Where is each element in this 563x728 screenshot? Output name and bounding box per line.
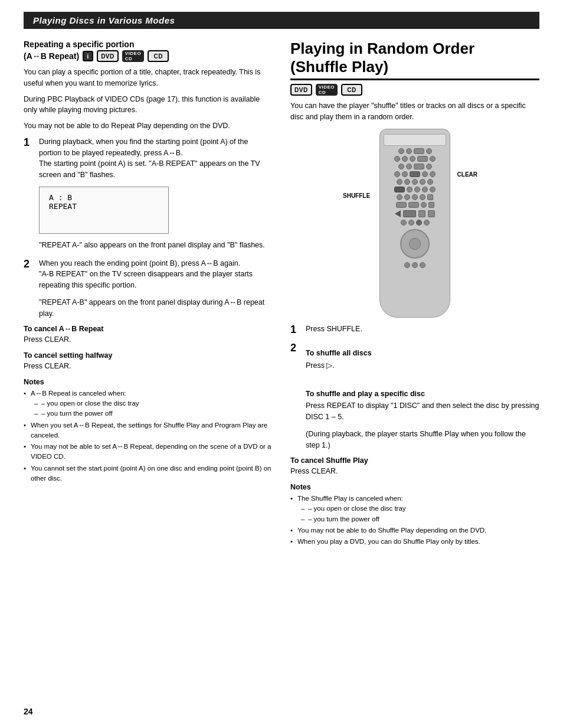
remote-transport-row [384, 210, 446, 217]
big-title: Playing in Random Order (Shuffle Play) [290, 40, 539, 80]
r-btn-4 [430, 156, 436, 162]
r-btn-rect-1 [414, 148, 424, 154]
r-btn-16 [427, 179, 433, 185]
r-btn-3 [410, 156, 415, 162]
right-step-1-text: Press SHUFFLE. [306, 325, 362, 333]
badge-cd-left: CD [148, 50, 169, 62]
r-btn-9 [402, 171, 408, 177]
r-btn-18 [414, 187, 420, 192]
r-btn-28 [424, 220, 430, 226]
r-dbl-btn-1 [396, 202, 407, 208]
step-2-num: 2 [24, 258, 34, 291]
r-btn-circle-2 [406, 148, 412, 154]
cancel-ab-text: Press CLEAR. [24, 334, 273, 345]
badge-dvd-left: DVD [97, 50, 119, 62]
step-2-note: "REPEAT A-B" appears on the front panel … [39, 297, 273, 319]
r-btn-17 [407, 187, 413, 192]
step-1-note: "REPEAT A-" also appears on the front pa… [39, 240, 273, 251]
left-title-line1: Repeating a specific portion [24, 40, 273, 49]
remote-row-5 [384, 179, 446, 185]
right-column: Playing in Random Order (Shuffle Play) D… [290, 40, 539, 548]
clear-label: CLEAR [457, 171, 477, 178]
r-btn-circle-3 [426, 148, 432, 154]
right-note-1: The Shuffle Play is canceled when: – you… [290, 494, 539, 524]
remote-row-1 [384, 148, 446, 154]
r-btn-15 [420, 179, 425, 185]
cancel-half-heading: To cancel setting halfway [24, 351, 273, 360]
left-note-1: A↔B Repeat is canceled when: – you open … [24, 389, 273, 419]
cancel-half-text: Press CLEAR. [24, 361, 273, 372]
remote-dial-inner [409, 238, 421, 250]
step-1-num: 1 [24, 136, 34, 181]
step-2: 2 When you reach the ending point (point… [24, 258, 273, 291]
r-dbl-btn-2 [408, 202, 419, 208]
r-btn-25 [421, 202, 427, 208]
left-note-2: When you set A↔B Repeat, the settings fo… [24, 420, 273, 441]
r-btn-rect-2 [417, 156, 428, 162]
left-title-badges: (A↔B Repeat) i DVD VIDEOCD CD [24, 50, 273, 62]
right-step-2: 2 To shuffle all discs Press ▷. To shuff… [290, 342, 539, 423]
r-btn-24 [420, 194, 425, 200]
remote-row-9 [384, 220, 446, 226]
right-note-1a: – you open or close the disc tray [297, 504, 539, 514]
r-stop-btn [418, 210, 425, 217]
remote-row-2 [384, 156, 446, 162]
remote-display [384, 134, 446, 146]
step-2-content: When you reach the ending point (point B… [39, 258, 273, 291]
r-btn-10 [422, 171, 428, 177]
left-column: Repeating a specific portion (A↔B Repeat… [24, 40, 273, 548]
right-title-badges: DVD VIDEOCD CD [290, 84, 539, 96]
r-btn-22 [404, 194, 410, 200]
left-notes-heading: Notes [24, 378, 273, 386]
r-play-btn [403, 210, 416, 217]
remote-wrapper: SHUFFLE CLEAR [290, 129, 539, 318]
remote-row-8 [384, 202, 446, 208]
r-btn-23 [412, 194, 418, 200]
r-btn-dark-2 [416, 220, 422, 226]
badge-cd-right: CD [341, 84, 362, 96]
r-btn-13 [404, 179, 410, 185]
right-step-1-num: 1 [290, 324, 301, 337]
r-btn-27 [408, 220, 414, 226]
page-number: 24 [24, 707, 33, 716]
step-2-text: When you reach the ending point (point B… [39, 259, 253, 290]
r-btn-19 [422, 187, 428, 192]
r-btn-2 [402, 156, 408, 162]
remote-bottom [384, 262, 446, 268]
remote-dial [400, 229, 430, 259]
remote-row-3 [384, 164, 446, 169]
r-bot-btn-1 [404, 262, 410, 268]
r-btn-5 [398, 164, 404, 169]
r-btn-21 [397, 194, 402, 200]
step-1-text: During playback, when you find the start… [39, 138, 260, 179]
step2a-heading: To shuffle all discs [306, 348, 539, 359]
r-btn-12 [397, 179, 402, 185]
big-title-line1: Playing in Random Order [290, 40, 474, 57]
step-1: 1 During playback, when you find the sta… [24, 136, 273, 181]
left-intro-text: You can play a specific portion of a tit… [24, 67, 273, 89]
left-notes-list: A↔B Repeat is canceled when: – you open … [24, 389, 273, 484]
r-btn-1 [394, 156, 400, 162]
header-title: Playing Discs in Various Modes [33, 15, 175, 25]
r-btn-sq-2 [428, 202, 434, 208]
badge-i: i [83, 51, 93, 61]
right-note-3: When you play a DVD, you can do Shuffle … [290, 537, 539, 547]
left-note-1a: – you open or close the disc tray [31, 399, 273, 409]
step-1-content: During playback, when you find the start… [39, 136, 273, 181]
r-btn-7 [426, 164, 432, 169]
right-cancel-text: Press CLEAR. [290, 466, 539, 477]
remote-row-7 [384, 194, 446, 200]
left-note-3: You may not be able to set A↔B Repeat, d… [24, 442, 273, 462]
left-note-1b: – you turn the power off [31, 409, 273, 419]
remote-shuffle-row [384, 187, 446, 192]
left-dvd-text: You may not be able to do Repeat Play de… [24, 120, 273, 132]
badge-vcd-left: VIDEOCD [122, 50, 144, 62]
r-btn-8 [394, 171, 400, 177]
right-notes-heading: Notes [290, 483, 539, 491]
tv-screen-line2: REPEAT [49, 202, 159, 211]
left-note-4: You cannot set the start point (point A)… [24, 463, 273, 484]
step2b-text: Press REPEAT to display "1 DISC" and the… [306, 400, 539, 423]
badge-vcd-right: VIDEOCD [316, 84, 338, 96]
right-step-2-content: To shuffle all discs Press ▷. To shuffle… [306, 342, 539, 423]
shuffle-label: SHUFFLE [343, 192, 370, 199]
